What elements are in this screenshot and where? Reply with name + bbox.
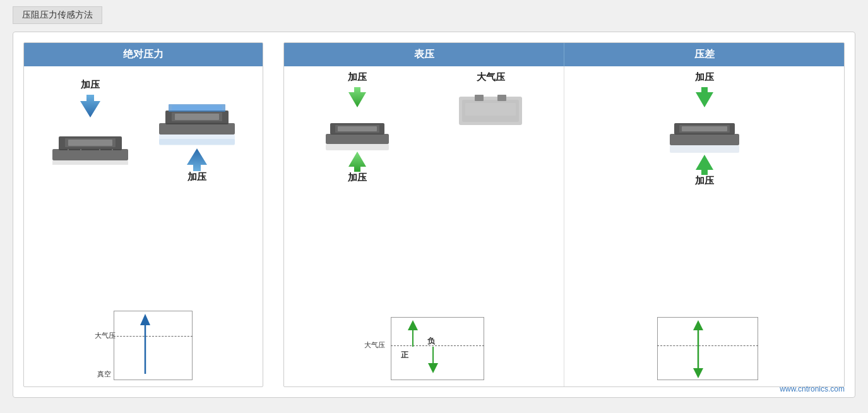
absolute-chart-area: 大气压 真空 xyxy=(37,304,250,380)
svg-marker-37 xyxy=(696,87,713,107)
differential-pressure-header: 压差 xyxy=(564,43,844,66)
svg-marker-44 xyxy=(693,320,703,330)
page-title: 压阻压力传感方法 xyxy=(13,6,102,24)
svg-rect-26 xyxy=(326,144,389,150)
svg-rect-17 xyxy=(159,139,235,145)
differential-bottom-label: 加压 xyxy=(695,175,714,187)
green-up-arrow-diff-icon xyxy=(696,155,713,175)
gauge-right-device: 大气压 xyxy=(456,71,525,131)
svg-marker-18 xyxy=(187,148,207,171)
negative-label: 负 xyxy=(427,336,435,347)
gauge-bottom-label: 加压 xyxy=(348,172,367,184)
absolute-pressure-header: 绝对压力 xyxy=(24,43,263,66)
right-section-body: 加压 xyxy=(284,66,844,386)
svg-rect-13 xyxy=(175,114,219,120)
svg-rect-4 xyxy=(68,140,112,146)
svg-rect-25 xyxy=(338,126,377,131)
absolute-left-device: 加压 xyxy=(49,79,131,165)
svg-rect-32 xyxy=(497,95,506,101)
svg-rect-30 xyxy=(465,103,516,116)
gauge-pressure-header: 表压 xyxy=(284,43,564,66)
blue-down-arrow-icon xyxy=(80,95,100,117)
diff-chart-arrow-icon xyxy=(692,320,705,378)
watermark: www.cntronics.com xyxy=(780,385,845,393)
blue-up-arrow-icon xyxy=(187,148,207,171)
green-down-arrow-left-icon xyxy=(348,87,366,107)
differential-device: 加压 xyxy=(667,71,742,191)
chart-blue-arrow-icon xyxy=(139,314,152,374)
green-down-arrow-diff-icon xyxy=(696,87,713,107)
absolute-pressure-panel: 绝对压力 加压 xyxy=(23,42,263,387)
main-container: 绝对压力 加压 xyxy=(13,32,855,398)
page-wrapper: 压阻压力传感方法 绝对压力 加压 xyxy=(0,0,868,413)
svg-rect-10 xyxy=(159,123,235,135)
sensor-device-gauge-right-icon xyxy=(456,87,525,131)
svg-marker-34 xyxy=(408,320,418,330)
absolute-top-label: 加压 xyxy=(81,79,100,91)
svg-rect-42 xyxy=(670,145,739,153)
absolute-right-device: 加压 xyxy=(156,79,238,187)
svg-marker-20 xyxy=(140,314,150,325)
svg-rect-15 xyxy=(172,105,222,111)
sensor-device-gauge-left-icon xyxy=(323,107,392,152)
vacuum-label: 真空 xyxy=(97,369,111,379)
svg-rect-38 xyxy=(670,134,739,145)
atmosphere-label: 大气压 xyxy=(95,331,116,340)
green-up-arrow-left-icon xyxy=(348,152,366,172)
svg-marker-46 xyxy=(693,368,703,378)
svg-rect-22 xyxy=(326,134,389,144)
gauge-atm-label: 大气压 xyxy=(477,71,505,83)
svg-rect-31 xyxy=(475,95,484,101)
svg-marker-27 xyxy=(348,152,366,172)
absolute-bottom-label: 加压 xyxy=(187,171,206,183)
differential-top-label: 加压 xyxy=(695,71,714,83)
svg-marker-43 xyxy=(696,155,713,175)
svg-marker-36 xyxy=(428,363,438,373)
positive-label: 正 xyxy=(401,350,408,361)
svg-rect-41 xyxy=(682,126,727,131)
sensor-device-absolute-right-icon xyxy=(156,92,238,148)
gauge-chart-up-icon xyxy=(407,320,419,347)
differential-pressure-panel: 加压 xyxy=(564,66,844,386)
right-header-row: 表压 压差 xyxy=(284,43,844,66)
gauge-chart-down-icon xyxy=(427,347,439,373)
svg-marker-21 xyxy=(348,87,366,107)
gauge-pressure-panel: 加压 xyxy=(284,66,564,386)
svg-rect-5 xyxy=(52,160,128,165)
svg-rect-1 xyxy=(52,149,128,160)
gauge-top-label: 加压 xyxy=(348,71,367,83)
svg-marker-0 xyxy=(80,95,100,117)
sensor-device-absolute-left-icon xyxy=(49,117,131,165)
right-section: 表压 压差 加压 xyxy=(283,42,845,387)
gauge-chart-atm-label: 大气压 xyxy=(364,340,385,350)
gauge-left-device: 加压 xyxy=(323,71,392,188)
absolute-pressure-content: 加压 xyxy=(24,79,263,386)
sensor-device-diff-icon xyxy=(667,107,742,155)
